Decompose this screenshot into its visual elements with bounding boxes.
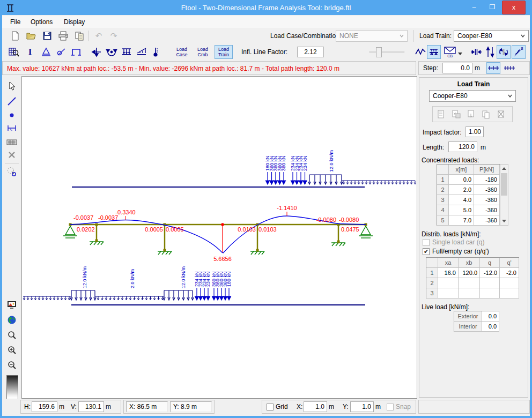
conc-cell[interactable]: 5.0 [449,205,474,215]
train-save-icon[interactable] [450,108,462,120]
step-coarse-icon[interactable] [486,62,500,74]
moment-load-icon[interactable] [105,46,118,58]
impact-factor-input[interactable]: 1.00 [466,126,484,137]
grid-checkbox[interactable] [267,404,274,410]
svg-text:0.0005: 0.0005 [166,226,184,233]
zoom-out-icon[interactable] [6,359,18,371]
fit-height-icon[interactable] [484,46,497,58]
grid-y-input[interactable]: 1.0 [350,401,374,412]
minimize-button[interactable]: – [466,1,483,13]
undo-icon[interactable]: ↶ [92,29,105,42]
section-diagram-icon[interactable]: S [512,45,526,59]
step-fine-icon[interactable] [503,62,516,74]
supports-icon[interactable] [40,46,53,58]
live-exterior-value[interactable]: 0.0 [482,311,499,322]
fit-width-icon[interactable] [470,46,483,58]
nodal-load-icon[interactable] [90,46,103,58]
il-factor-input[interactable]: 2.12 [297,47,324,57]
snap-checkbox[interactable] [387,404,394,410]
scroll-up-icon[interactable] [500,165,508,173]
h-input[interactable]: 159.6 [32,401,57,412]
conc-cell[interactable]: -360 [474,205,500,215]
dist-cell[interactable] [500,288,519,298]
train-import-icon[interactable] [465,108,477,120]
rotate-view-icon[interactable] [497,45,511,59]
conc-cell[interactable]: -180 [474,175,500,185]
conc-cell[interactable]: -360 [474,215,500,226]
full-car-checkbox[interactable]: ✔ [423,248,430,255]
transform-icon[interactable] [6,166,18,178]
conc-cell[interactable]: 7.0 [449,215,474,226]
conc-cell[interactable]: 4.0 [449,195,474,205]
grid-x-input[interactable]: 1.0 [304,401,327,412]
load-train-button[interactable]: Load Train [215,45,233,59]
node-icon[interactable] [6,109,18,121]
dist-cell[interactable]: 120.0 [459,268,480,278]
delete-icon[interactable] [6,149,18,161]
load-cmb-button[interactable]: Load Cmb [193,45,212,59]
dist-cell[interactable] [459,288,480,298]
keyboard-icon[interactable] [6,136,18,148]
distributed-load-icon[interactable] [120,46,133,58]
open-icon[interactable] [25,29,38,42]
dist-cell[interactable] [438,288,459,298]
load-case-button[interactable]: Load Case [172,45,192,59]
conc-cell[interactable]: 0.0 [449,175,474,185]
dist-cell[interactable]: 16.0 [438,268,459,278]
print-icon[interactable] [57,29,70,42]
redo-icon[interactable]: ↷ [107,29,120,42]
fit-screen-icon[interactable] [6,299,18,311]
length-input[interactable]: 120.0 [448,141,477,152]
conc-cell[interactable]: 2.0 [449,185,474,195]
copy-icon[interactable] [73,29,86,42]
dist-cell[interactable] [459,278,480,288]
single-car-checkbox[interactable] [423,239,430,246]
conc-cell[interactable]: -360 [474,185,500,195]
temperature-icon[interactable] [149,46,162,58]
conc-table-scrollbar[interactable] [500,164,508,226]
select-icon[interactable] [6,80,18,92]
scroll-down-icon[interactable] [500,217,508,225]
zoom-keypad-icon[interactable] [8,46,20,58]
scroll-thumb[interactable] [501,173,507,196]
envelope-dropdown-icon[interactable] [457,47,463,60]
il-slider-thumb[interactable] [376,47,382,57]
menu-display[interactable]: Display [59,16,90,28]
dist-cell[interactable] [438,278,459,288]
new-icon[interactable] [9,29,21,42]
dist-cell[interactable] [480,278,500,288]
train-new-icon[interactable] [435,108,447,120]
dist-cell[interactable] [480,288,500,298]
conc-cell[interactable]: -360 [474,195,500,205]
influence-line-icon[interactable] [414,46,427,58]
hinge-icon[interactable] [55,46,68,58]
v-input[interactable]: 130.1 [78,401,104,412]
zoom-in-icon[interactable] [6,344,18,356]
close-button[interactable]: x [502,1,526,14]
train-delete-icon[interactable] [495,108,507,120]
zoom-window-icon[interactable] [6,329,18,341]
sections-icon[interactable]: I [24,46,36,58]
dimension-icon[interactable] [6,122,18,134]
envelope-cb-icon[interactable]: CB [443,45,457,59]
load-train-diagram-icon[interactable] [427,45,441,59]
panel-train-combobox[interactable]: Cooper-E80 [429,90,516,102]
dist-cell[interactable]: -2.0 [500,268,519,278]
step-input[interactable]: 0.0 [442,63,472,73]
live-interior-value[interactable]: 0.0 [482,322,499,332]
train-copy-icon[interactable] [480,108,492,120]
dist-cell[interactable] [500,278,519,288]
world-icon[interactable] [6,314,18,326]
member-icon[interactable] [6,95,18,107]
menu-file[interactable]: File [5,16,25,28]
save-icon[interactable] [41,29,54,42]
materials-icon[interactable] [70,46,83,58]
menu-options[interactable]: Options [26,16,57,28]
linear-load-icon[interactable] [135,46,148,58]
load-case-combobox[interactable]: NONE [336,30,408,42]
load-train-combobox[interactable]: Cooper-E80 [454,30,529,42]
maximize-button[interactable]: ❐ [484,1,501,13]
model-canvas[interactable]: 180 kN 360 kN 360 kN 360 kN 360 kN 234 k… [21,76,417,399]
dist-cell[interactable]: -12.0 [480,268,500,278]
il-slider-track[interactable] [370,51,404,53]
